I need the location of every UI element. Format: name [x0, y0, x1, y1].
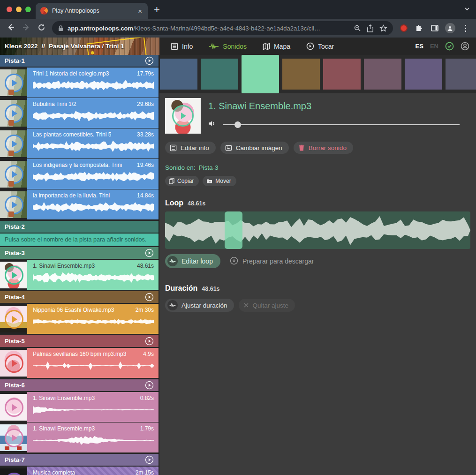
account-icon[interactable] [461, 42, 469, 51]
track-header-pista-3[interactable]: Pista-3 [0, 247, 159, 259]
clip-thumbnail[interactable] [0, 467, 27, 475]
clip-row[interactable]: 1. Sinawi Ensemble.mp348.61s [0, 260, 159, 290]
track-play-button[interactable] [145, 293, 154, 302]
clip-thumbnail[interactable] [0, 159, 27, 189]
tab-sonidos[interactable]: Sonidos [209, 43, 247, 50]
move-button[interactable]: Mover [203, 176, 236, 186]
track-play-button[interactable] [145, 381, 154, 390]
sound-thumbnail[interactable] [165, 98, 201, 134]
clip-row[interactable]: Los indigenas y la compostela. Trini19.4… [0, 159, 159, 189]
track-name: Pista-5 [5, 338, 25, 345]
clip-row[interactable]: Las plantas comestibles. Trini 533.28s [0, 128, 159, 158]
remove-adjust-button[interactable]: Quitar ajuste [239, 299, 295, 312]
track-header-pista-1[interactable]: Pista-1 [0, 55, 159, 67]
clip-row[interactable]: Bubulina Trini 1\229.68s [0, 98, 159, 128]
clip-row[interactable]: Nipponia 06 Esashi Oiwake.mp32m 30s [0, 304, 159, 334]
app-nav: Info Sonidos Mapa Tocar ES EN [159, 38, 476, 55]
breadcrumb-project[interactable]: Kleos 2022 [5, 43, 38, 50]
clip-row[interactable]: 1. Sinawi Ensemble.mp30.82s [0, 392, 159, 422]
clip-thumbnail[interactable] [0, 128, 27, 158]
sound-location-link[interactable]: Pista-3 [199, 164, 219, 171]
loop-playhead[interactable] [225, 211, 242, 249]
side-panel-icon[interactable] [427, 24, 442, 32]
track-header-pista-6[interactable]: Pista-6 [0, 379, 159, 391]
tab-search-chevron-icon[interactable] [464, 6, 470, 14]
track-hint[interactable]: Pulsa sobre el nombre de la pista para a… [0, 234, 159, 246]
duration-heading: Duración [165, 284, 197, 293]
track-header-pista-2[interactable]: Pista-2 [0, 221, 159, 233]
bookmark-star-icon[interactable] [379, 24, 387, 32]
volume-handle[interactable] [234, 121, 241, 128]
clip-name: la importancia de la lluvia. Trini [33, 192, 110, 199]
track-swatch-4[interactable] [282, 59, 320, 90]
delete-sound-button[interactable]: Borrar sonido [294, 142, 353, 154]
browser-tab[interactable]: Play Antropoloops × [36, 3, 148, 19]
zoom-window-button[interactable] [25, 7, 31, 12]
clip-name: Bubulina Trini 1\2 [33, 101, 76, 107]
prepare-download-button[interactable]: Preparar para descargar [230, 256, 314, 266]
track-swatch-5[interactable] [323, 59, 361, 90]
track-play-button[interactable] [145, 455, 154, 464]
clip-duration: 14.84s [137, 192, 154, 199]
tab-tocar-label: Tocar [318, 43, 334, 50]
back-button[interactable] [3, 23, 18, 33]
loop-waveform[interactable] [165, 211, 470, 249]
clip-thumbnail[interactable] [0, 422, 27, 452]
edit-info-button[interactable]: Editar info [165, 142, 216, 154]
url-bar[interactable]: app.antropoloops.com/Kleos-Santa-Marina/… [52, 21, 393, 35]
minimize-window-button[interactable] [16, 7, 22, 12]
track-swatch-6[interactable] [364, 59, 401, 90]
volume-slider[interactable] [223, 121, 460, 128]
reload-button[interactable] [34, 23, 49, 33]
track-header-pista-4[interactable]: Pista-4 [0, 291, 159, 303]
zoom-page-icon[interactable] [354, 24, 361, 32]
track-swatch-1[interactable] [160, 59, 197, 90]
share-icon[interactable] [367, 24, 374, 32]
record-extension-icon[interactable] [396, 24, 411, 32]
track-play-button[interactable] [145, 56, 154, 65]
browser-menu-icon[interactable] [458, 25, 473, 32]
new-tab-button[interactable]: + [154, 5, 160, 15]
forward-button[interactable] [18, 23, 34, 33]
edit-loop-button[interactable]: Editar loop [165, 254, 220, 268]
clip-name: Musica completa [33, 469, 75, 475]
clip-thumbnail[interactable] [0, 392, 27, 422]
track-swatch-7[interactable] [405, 59, 442, 90]
lang-en[interactable]: EN [430, 43, 438, 50]
profile-avatar[interactable] [442, 23, 458, 33]
clip-thumbnail[interactable] [0, 98, 27, 128]
clip-thumbnail[interactable] [0, 348, 27, 378]
clip-row[interactable]: 1. Sinawi Ensemble.mp31.79s [0, 422, 159, 452]
clip-thumbnail[interactable] [0, 68, 27, 98]
track-play-button[interactable] [145, 337, 154, 346]
track-header-pista-5[interactable]: Pista-5 [0, 335, 159, 347]
copy-button[interactable]: Copiar [165, 176, 199, 186]
tab-title: Play Antropoloops [52, 8, 137, 14]
swatch-row [159, 55, 476, 93]
change-image-button[interactable]: Cambiar imágen [220, 142, 289, 154]
track-header-pista-7[interactable]: Pista-7 [0, 454, 159, 466]
clip-thumbnail[interactable] [0, 260, 27, 290]
session-map-banner[interactable]: Kleos 2022 // Pasaje Valvanera / Trini 1 [0, 38, 159, 55]
clip-thumbnail[interactable] [0, 304, 27, 334]
track-pista-7: Pista-7Musica completa2m 15s [0, 454, 159, 475]
breadcrumb[interactable]: Kleos 2022 // Pasaje Valvanera / Trini 1 [0, 38, 159, 55]
clip-thumbnail[interactable] [0, 189, 27, 219]
lang-es[interactable]: ES [416, 43, 423, 50]
extensions-puzzle-icon[interactable] [411, 24, 427, 32]
clip-row[interactable]: la importancia de la lluvia. Trini14.84s [0, 189, 159, 219]
tab-info[interactable]: Info [171, 43, 193, 50]
clip-row[interactable]: Trini 1 historia del colegio.mp317.79s [0, 68, 159, 98]
clip-row[interactable]: Palmas sevillanas 160 bpm mp3.mp34.9s [0, 348, 159, 378]
adjust-duration-button[interactable]: Ajustar duración [165, 299, 234, 312]
track-swatch-2[interactable] [201, 59, 238, 90]
track-swatch-3[interactable] [242, 55, 279, 93]
tab-mapa[interactable]: Mapa [263, 43, 290, 50]
track-play-button[interactable] [145, 249, 154, 257]
close-window-button[interactable] [7, 7, 12, 12]
track-swatch-8[interactable] [446, 59, 476, 90]
clip-row[interactable]: Musica completa2m 15s [0, 467, 159, 475]
tab-close-icon[interactable]: × [137, 7, 143, 15]
tab-tocar[interactable]: Tocar [306, 42, 334, 50]
volume-icon[interactable] [208, 120, 216, 129]
